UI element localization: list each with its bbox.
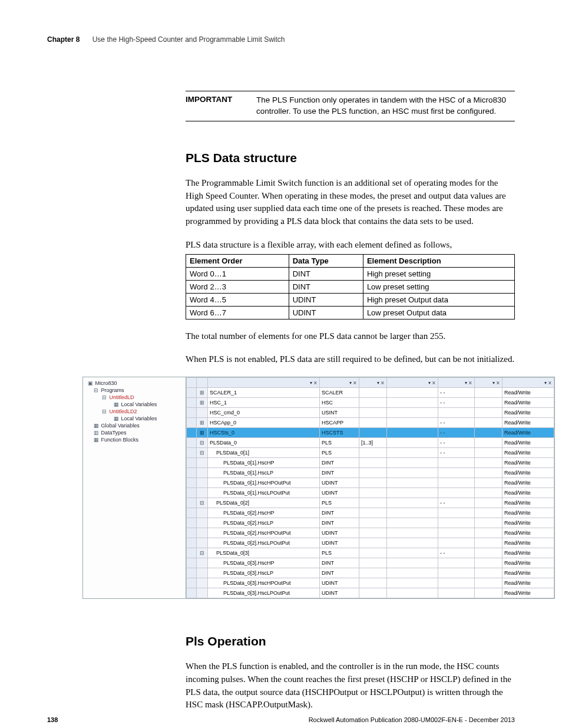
important-text: The PLS Function only operates in tandem… <box>256 95 515 117</box>
grid-row[interactable]: ⊟PLSData_0[2]PLS- -Read/Write <box>187 498 554 508</box>
page-number: 138 <box>47 716 58 723</box>
table-header: Element Order <box>186 254 289 267</box>
running-header: Chapter 8 Use the High-Speed Counter and… <box>47 35 515 44</box>
row-expand-icon[interactable]: ⊞ <box>197 418 208 428</box>
tree-node[interactable]: ▦ Local Variables <box>84 415 184 422</box>
table-row: Word 0…1DINTHigh preset setting <box>186 267 515 280</box>
grid-row[interactable]: PLSData_0[2].HscHPDINTRead/Write <box>187 508 554 518</box>
grid-row[interactable]: PLSData_0[1].HscLPOutPutUDINTRead/Write <box>187 488 554 498</box>
tree-node[interactable]: ⊟ Programs <box>84 387 184 394</box>
row-expand-icon <box>197 538 208 548</box>
row-expand-icon <box>197 558 208 568</box>
tree-expand-icon[interactable]: ⊟ <box>92 387 100 393</box>
chapter-title: Use the High-Speed Counter and Programma… <box>92 35 285 44</box>
row-expand-icon <box>197 488 208 498</box>
grid-row[interactable]: PLSData_0[3].HscLPOutPutUDINTRead/Write <box>187 588 554 598</box>
publication-id: Rockwell Automation Publication 2080-UM0… <box>309 716 515 723</box>
grid-row[interactable]: PLSData_0[3].HscHPOutPutUDINTRead/Write <box>187 578 554 588</box>
tree-node[interactable]: ▥ DataTypes <box>84 429 184 436</box>
paragraph: PLS data structure is a flexible array, … <box>186 239 515 252</box>
grid-row[interactable]: HSC_cmd_0USINTRead/Write <box>187 408 554 418</box>
ide-screenshot: ▣ Micro830 ⊟ Programs⊟ UntitledLD▦ Local… <box>82 377 555 599</box>
grid-row[interactable]: ⊟PLSData_0[3]PLS- -Read/Write <box>187 548 554 558</box>
chapter-number: Chapter 8 <box>47 35 80 44</box>
row-expand-icon[interactable]: ⊞ <box>197 388 208 398</box>
tree-node[interactable]: ▦ Local Variables <box>84 401 184 408</box>
row-expand-icon[interactable]: ⊟ <box>197 548 208 558</box>
tree-expand-icon[interactable]: ▥ <box>92 430 100 436</box>
grid-row[interactable]: PLSData_0[2].HscHPOutPutUDINTRead/Write <box>187 528 554 538</box>
section-heading-pls-operation: Pls Operation <box>186 634 515 648</box>
paragraph: The Programmable Limit Switch function i… <box>186 177 515 228</box>
tree-expand-icon[interactable]: ▦ <box>92 437 100 443</box>
grid-row[interactable]: ⊟PLSData_0PLS[1..3]- -Read/Write <box>187 438 554 448</box>
grid-header-row: ▾ ⨯ ▾ ⨯ ▾ ⨯ ▾ ⨯ ▾ ⨯ ▾ ⨯ ▾ ⨯ <box>187 378 554 388</box>
grid-row[interactable]: PLSData_0[1].HscLPDINTRead/Write <box>187 468 554 478</box>
page-footer: 138 Rockwell Automation Publication 2080… <box>47 716 515 723</box>
row-expand-icon <box>197 478 208 488</box>
grid-row[interactable]: PLSData_0[2].HscLPOutPutUDINTRead/Write <box>187 538 554 548</box>
paragraph: When PLS is not enabled, PLS data are st… <box>186 353 515 366</box>
row-expand-icon <box>197 528 208 538</box>
row-expand-icon[interactable]: ⊞ <box>197 428 208 438</box>
tree-expand-icon[interactable]: ⊟ <box>101 409 108 414</box>
row-expand-icon[interactable]: ⊟ <box>197 498 208 508</box>
grid-row[interactable]: ⊟PLSData_0[1]PLS- -Read/Write <box>187 448 554 458</box>
table-header: Data Type <box>289 254 363 267</box>
grid-row[interactable]: PLSData_0[1].HscHPDINTRead/Write <box>187 458 554 468</box>
paragraph: The total number of elements for one PLS… <box>186 330 515 343</box>
tree-node[interactable]: ▦ Function Blocks <box>84 436 184 443</box>
row-expand-icon <box>197 568 208 578</box>
row-expand-icon[interactable]: ⊟ <box>197 438 208 448</box>
grid-row[interactable]: PLSData_0[1].HscHPOutPutUDINTRead/Write <box>187 478 554 488</box>
row-expand-icon <box>197 468 208 478</box>
tree-node[interactable]: ▦ Global Variables <box>84 422 184 429</box>
tree-node[interactable]: ⊟ UntitledLD <box>84 394 184 401</box>
important-label: IMPORTANT <box>186 95 256 117</box>
controller-icon: ▣ <box>87 380 94 386</box>
row-expand-icon[interactable]: ⊟ <box>197 448 208 458</box>
tree-expand-icon[interactable]: ▦ <box>113 401 120 407</box>
grid-row[interactable]: ⊞HSCSts_0HSCSTS- -Read/Write <box>187 428 554 438</box>
table-row: Word 6…7UDINTLow preset Output data <box>186 306 515 319</box>
tree-node[interactable]: ⊟ UntitledLD2 <box>84 408 184 415</box>
pls-structure-table: Element OrderData TypeElement Descriptio… <box>186 254 515 319</box>
table-header: Element Description <box>363 254 514 267</box>
tree-expand-icon[interactable]: ▦ <box>92 423 100 429</box>
variable-grid: ▾ ⨯ ▾ ⨯ ▾ ⨯ ▾ ⨯ ▾ ⨯ ▾ ⨯ ▾ ⨯ ⊞SCALER_1SCA… <box>186 377 554 598</box>
table-row: Word 2…3DINTLow preset setting <box>186 280 515 293</box>
project-tree: ▣ Micro830 ⊟ Programs⊟ UntitledLD▦ Local… <box>83 377 186 598</box>
grid-row[interactable]: PLSData_0[3].HscLPDINTRead/Write <box>187 568 554 578</box>
grid-row[interactable]: ⊞HSC_1HSC- -Read/Write <box>187 398 554 408</box>
row-expand-icon <box>197 588 208 598</box>
grid-row[interactable]: PLSData_0[3].HscHPDINTRead/Write <box>187 558 554 568</box>
row-expand-icon <box>197 508 208 518</box>
tree-expand-icon[interactable]: ▦ <box>113 416 120 421</box>
section-heading-pls-data-structure: PLS Data structure <box>186 151 515 165</box>
row-expand-icon <box>197 408 208 418</box>
table-row: Word 4…5UDINTHigh preset Output data <box>186 293 515 306</box>
grid-row[interactable]: ⊞SCALER_1SCALER- -Read/Write <box>187 388 554 398</box>
row-expand-icon <box>197 578 208 588</box>
row-expand-icon[interactable]: ⊞ <box>197 398 208 408</box>
paragraph: When the PLS function is enabled, and th… <box>186 660 515 711</box>
row-expand-icon <box>197 518 208 528</box>
tree-expand-icon[interactable]: ⊟ <box>101 394 108 400</box>
row-expand-icon <box>197 458 208 468</box>
grid-row[interactable]: PLSData_0[2].HscLPDINTRead/Write <box>187 518 554 528</box>
important-callout: IMPORTANT The PLS Function only operates… <box>186 91 515 121</box>
grid-row[interactable]: ⊞HSCApp_0HSCAPP- -Read/Write <box>187 418 554 428</box>
tree-root[interactable]: ▣ Micro830 <box>84 380 184 387</box>
